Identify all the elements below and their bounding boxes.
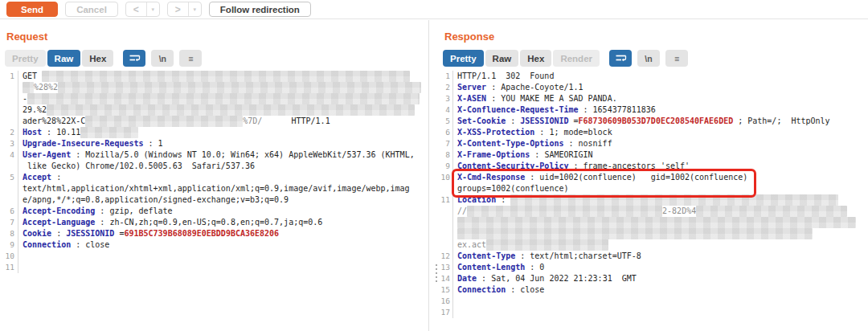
- line-number: 2: [438, 82, 453, 93]
- code-line: 14Date : Sat, 04 Jun 2022 21:23:31 GMT: [438, 273, 868, 284]
- newline-icon[interactable]: \n: [151, 50, 174, 67]
- code-line: 29.%2: [0, 104, 428, 116]
- toolbar-divider: [0, 18, 868, 19]
- code-line: 9Connection : close: [0, 239, 428, 251]
- send-button[interactable]: Send: [6, 2, 58, 17]
- line-number: 6: [0, 206, 18, 217]
- line-number: [438, 183, 453, 194]
- line-number: 10: [438, 172, 453, 183]
- line-number: 8: [0, 228, 18, 239]
- code-line: 1GET: [0, 71, 428, 82]
- code-line: 5Accept :: [0, 172, 428, 183]
- line-number: 16: [438, 296, 453, 307]
- tab-hex[interactable]: Hex: [520, 50, 551, 67]
- line-number: [0, 82, 18, 93]
- redacted-block: [80, 127, 138, 138]
- tab-pretty[interactable]: Pretty: [443, 50, 484, 67]
- code-line: 1HTTP/1.1 302 Found: [438, 71, 868, 82]
- line-number: 9: [0, 239, 18, 251]
- response-tabbar: PrettyRawHexRender \n ≡: [443, 50, 868, 67]
- response-panel-title: Response: [444, 31, 868, 43]
- request-panel: Request PrettyRawHex \n ≡ 1GET %28%2-29.…: [0, 20, 429, 331]
- redacted-block: [58, 82, 421, 93]
- code-line: 3Upgrade-Insecure-Requests : 1: [0, 138, 428, 149]
- code-line: 4User-Agent : Mozilla/5.0 (Windows NT 10…: [0, 149, 428, 161]
- redacted-block: [42, 71, 410, 82]
- code-line: 13Content-Length : 0: [438, 262, 868, 273]
- tab-hex[interactable]: Hex: [82, 50, 113, 67]
- redacted-block: [486, 239, 608, 251]
- word-wrap-icon[interactable]: [609, 50, 632, 67]
- code-line: //2-82D%4: [438, 206, 868, 217]
- code-line: ader%28%22X-C%7D/ HTTP/1.1: [0, 116, 428, 127]
- code-line: %28%2: [0, 82, 428, 93]
- code-line: groups=1002(confluence): [438, 183, 868, 194]
- line-number: 14: [438, 273, 453, 284]
- follow-redirection-button[interactable]: Follow redirection: [209, 2, 311, 17]
- code-line: text/html,application/xhtml+xml,applicat…: [0, 183, 428, 194]
- back-button-group: < ▾: [125, 2, 160, 17]
- code-line: 8Cookie : JSESSIONID =691B5C739B68089E0E…: [0, 228, 428, 239]
- line-number: 17: [438, 307, 453, 318]
- request-tabbar: PrettyRawHex \n ≡: [5, 50, 428, 67]
- line-number: [0, 194, 18, 206]
- code-line: 2Host : 10.11: [0, 127, 428, 138]
- code-line: 11: [0, 262, 428, 273]
- line-number: 11: [0, 262, 18, 273]
- line-number: [438, 239, 453, 251]
- redacted-block: [23, 82, 34, 93]
- back-button[interactable]: <: [126, 2, 147, 16]
- redacted-block: [510, 194, 838, 206]
- code-line: 15Connection : close: [438, 284, 868, 296]
- tab-pretty: Pretty: [5, 50, 46, 67]
- code-line: 16: [438, 296, 868, 307]
- request-editor[interactable]: 1GET %28%2-29.%2ader%28%22X-C%7D/ HTTP/1…: [0, 71, 428, 331]
- line-number: 10: [0, 251, 18, 262]
- line-number: [0, 183, 18, 194]
- code-line: 9Content-Security-Policy : frame-ancesto…: [438, 161, 868, 172]
- line-number: 3: [438, 93, 453, 104]
- forward-button-group: > ▾: [167, 2, 202, 17]
- line-number: [438, 206, 453, 217]
- code-line: 6Accept-Encoding : gzip, deflate: [0, 206, 428, 217]
- redacted-block: [457, 217, 856, 228]
- forward-button[interactable]: >: [168, 2, 189, 16]
- line-number: 2: [0, 127, 18, 138]
- panel-splitter-grip[interactable]: [435, 264, 439, 284]
- repeater-toolbar: Send Cancel < ▾ > ▾ Follow redirection: [0, 0, 868, 18]
- line-number: 5: [0, 172, 18, 183]
- code-line: [438, 217, 868, 228]
- line-number: 9: [438, 161, 453, 172]
- code-line: 2Server : Apache-Coyote/1.1: [438, 82, 868, 93]
- word-wrap-icon[interactable]: [123, 50, 145, 67]
- code-line: 17: [438, 307, 868, 318]
- tab-raw[interactable]: Raw: [47, 50, 81, 67]
- tab-raw[interactable]: Raw: [485, 50, 519, 67]
- response-panel: Response PrettyRawHexRender \n ≡ 1HTTP/1…: [438, 20, 868, 331]
- line-number: 12: [438, 251, 453, 262]
- menu-icon[interactable]: ≡: [665, 50, 688, 67]
- code-line: 4X-Confluence-Request-Time : 16543778118…: [438, 104, 868, 116]
- code-line: 12Content-Type : text/html;charset=UTF-8: [438, 251, 868, 262]
- code-line: -: [0, 93, 428, 104]
- redacted-block: [457, 228, 813, 239]
- request-panel-title: Request: [6, 31, 428, 43]
- line-number: 15: [438, 284, 453, 296]
- code-line: 3X-ASEN : YOU MAKE ME A SAD PANDA.: [438, 93, 868, 104]
- line-number: 1: [0, 71, 18, 82]
- redacted-block: [27, 93, 420, 104]
- forward-dropdown-arrow-icon[interactable]: ▾: [189, 2, 201, 16]
- redacted-block: [467, 206, 662, 217]
- code-line: e/apng,*/*;q=0.8,application/signed-exch…: [0, 194, 428, 206]
- code-line: 7X-Content-Type-Options : nosniff: [438, 138, 868, 149]
- line-number: [0, 161, 18, 172]
- code-line: 10: [0, 251, 428, 262]
- menu-icon[interactable]: ≡: [179, 50, 202, 67]
- newline-icon[interactable]: \n: [637, 50, 660, 67]
- redacted-block: [47, 104, 415, 116]
- back-dropdown-arrow-icon[interactable]: ▾: [147, 2, 159, 16]
- line-number: 8: [438, 149, 453, 161]
- line-number: 3: [0, 138, 18, 149]
- response-editor[interactable]: 1HTTP/1.1 302 Found2Server : Apache-Coyo…: [438, 71, 868, 331]
- code-line: 6X-XSS-Protection : 1; mode=block: [438, 127, 868, 138]
